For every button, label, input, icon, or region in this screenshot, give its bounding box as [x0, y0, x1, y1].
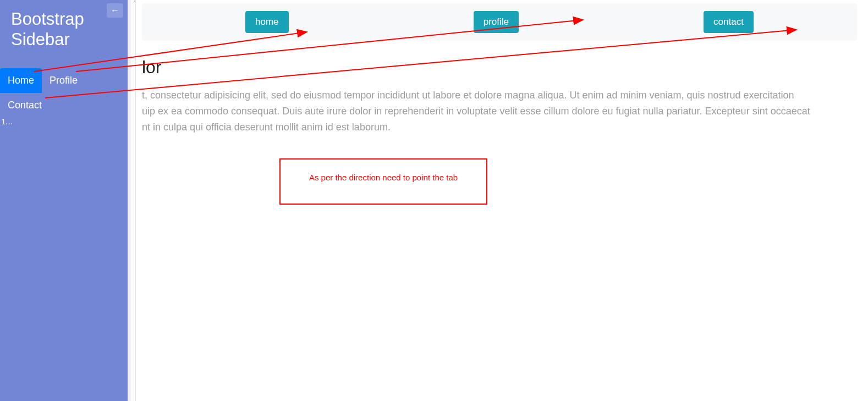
- tab-contact[interactable]: contact: [704, 11, 754, 33]
- sidebar-item-label: Profile: [50, 75, 78, 86]
- sidebar-item-contact[interactable]: Contact: [0, 93, 128, 118]
- sidebar-item-home[interactable]: Home: [0, 68, 42, 93]
- tab-profile[interactable]: profile: [474, 11, 519, 33]
- sidebar-item-profile[interactable]: Profile: [42, 68, 85, 93]
- arrow-left-icon: ←: [111, 6, 119, 15]
- sidebar-nav: Home Profile Contact: [0, 63, 128, 118]
- body-paragraph: t, consectetur adipisicing elit, sed do …: [142, 87, 857, 135]
- sidebar-item-label: Home: [8, 75, 34, 86]
- sidebar-item-label: Contact: [8, 100, 42, 111]
- tab-label: profile: [484, 17, 509, 27]
- sidebar-footer: 1...: [0, 117, 13, 126]
- main-content: lor t, consectetur adipisicing elit, sed…: [131, 41, 868, 135]
- footer-text: 1...: [1, 117, 13, 126]
- annotation-box: As per the direction need to point the t…: [279, 158, 487, 205]
- sidebar-header: ← Bootstrap Sidebar: [0, 0, 128, 63]
- tab-home[interactable]: home: [245, 11, 289, 33]
- sidebar-title: Bootstrap Sidebar: [11, 9, 117, 50]
- text-line: uip ex ea commodo consequat. Duis aute i…: [142, 106, 810, 117]
- tab-label: contact: [713, 17, 744, 27]
- content-area: ^ home profile contact lor t, consectetu…: [128, 0, 868, 401]
- topbar: home profile contact: [142, 3, 857, 41]
- text-line: t, consectetur adipisicing elit, sed do …: [142, 90, 794, 101]
- tab-label: home: [255, 17, 279, 27]
- sidebar: ← Bootstrap Sidebar Home Profile Contact…: [0, 0, 128, 401]
- scroll-up-icon[interactable]: ^: [130, 0, 139, 9]
- text-line: nt in culpa qui officia deserunt mollit …: [142, 122, 391, 133]
- collapse-sidebar-button[interactable]: ←: [107, 3, 123, 18]
- page-title: lor: [142, 57, 857, 78]
- annotation-text: As per the direction need to point the t…: [309, 173, 458, 182]
